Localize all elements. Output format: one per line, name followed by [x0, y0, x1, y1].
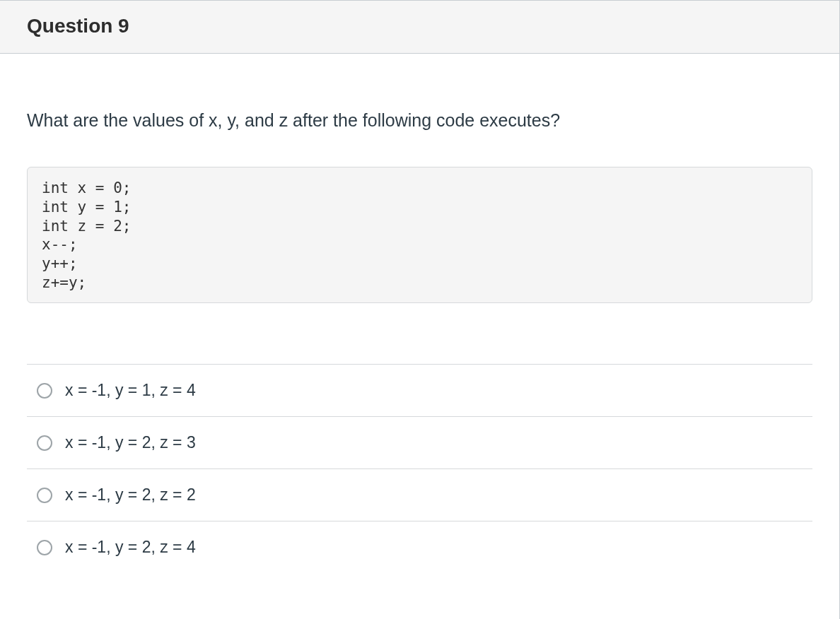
answer-list: x = -1, y = 1, z = 4 x = -1, y = 2, z = …: [27, 364, 812, 573]
question-prompt: What are the values of x, y, and z after…: [27, 109, 812, 133]
code-block: int x = 0; int y = 1; int z = 2; x--; y+…: [27, 167, 812, 303]
question-container: Question 9 What are the values of x, y, …: [0, 0, 840, 619]
answer-label: x = -1, y = 2, z = 4: [65, 538, 196, 557]
answer-label: x = -1, y = 2, z = 3: [65, 433, 196, 452]
answer-option[interactable]: x = -1, y = 2, z = 3: [27, 417, 812, 469]
radio-icon[interactable]: [37, 383, 52, 399]
question-body: What are the values of x, y, and z after…: [0, 54, 839, 587]
answer-option[interactable]: x = -1, y = 1, z = 4: [27, 365, 812, 417]
question-title: Question 9: [27, 15, 129, 37]
radio-icon[interactable]: [37, 540, 52, 555]
radio-icon[interactable]: [37, 435, 52, 451]
answer-label: x = -1, y = 2, z = 2: [65, 485, 196, 505]
answer-option[interactable]: x = -1, y = 2, z = 2: [27, 469, 812, 521]
answer-label: x = -1, y = 1, z = 4: [65, 381, 196, 400]
answer-option[interactable]: x = -1, y = 2, z = 4: [27, 521, 812, 573]
radio-icon[interactable]: [37, 488, 52, 503]
question-header: Question 9: [0, 1, 839, 54]
